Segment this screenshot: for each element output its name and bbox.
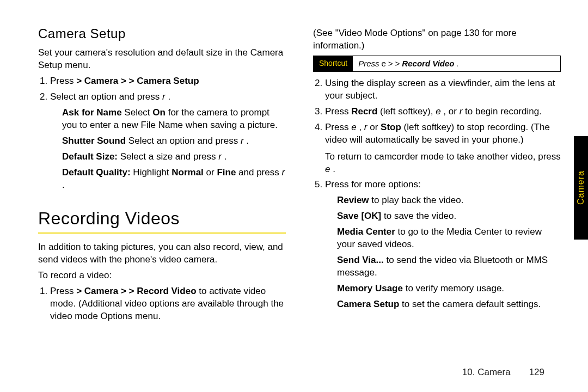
text: and press	[238, 167, 281, 177]
text: .	[246, 136, 249, 146]
softkey-icon: r	[162, 91, 166, 102]
text: for more options:	[351, 179, 421, 189]
text: to play back the video.	[371, 195, 463, 205]
heading-underline	[38, 232, 286, 234]
camera-setup-steps: Press > Camera > > Camera Setup Select a…	[38, 75, 286, 192]
record-step-4: Press e , r or Stop (left softkey) to st…	[325, 121, 561, 176]
text: to begin recording.	[465, 106, 542, 117]
manual-page: Camera Camera Setup Set your camera's re…	[0, 0, 588, 392]
shortcut-label: Shortcut	[314, 56, 353, 71]
text: to save the video.	[384, 211, 456, 221]
shortcut-sep: >	[388, 58, 393, 69]
section-tab-camera: Camera	[574, 136, 588, 240]
option-default-quality: Default Quality: Highlight Normal or Fin…	[62, 167, 286, 192]
page-number: 129	[529, 367, 544, 378]
softkey-icon: r	[281, 167, 285, 177]
option-value-normal: Normal	[171, 167, 204, 177]
heading-camera-setup: Camera Setup	[38, 25, 286, 42]
text: to set the camera default settings.	[402, 299, 541, 309]
option-label: Memory Usage	[337, 283, 403, 293]
shortcut-record-video: Record Video	[402, 58, 454, 69]
camera-setup-options-list: Ask for Name Select On for the camera to…	[50, 107, 286, 192]
option-label: Save [OK]	[337, 211, 381, 221]
text: or	[370, 122, 381, 132]
option-label: Send Via...	[337, 255, 384, 265]
text: .	[62, 180, 65, 190]
heading-recording-videos: Recording Videos	[38, 207, 286, 230]
softkey-stop: Stop	[381, 122, 401, 132]
text: , or	[443, 106, 459, 117]
shortcut-text: Press e > > Record Video .	[353, 56, 464, 71]
text: Select a size and press	[120, 151, 218, 162]
option-value-fine: Fine	[217, 167, 236, 177]
text: Press	[325, 122, 351, 132]
key-e-icon: e	[436, 106, 440, 117]
record-step-2: Using the display screen as a viewfinder…	[325, 77, 561, 102]
text: Select an option and press	[50, 91, 162, 102]
option-label: Default Quality:	[62, 167, 131, 177]
text: or	[206, 167, 217, 177]
recording-videos-intro: In addition to taking pictures, you can …	[38, 241, 286, 266]
text: Select	[124, 107, 152, 118]
key-r-icon: r	[460, 106, 463, 117]
see-reference: (See "Video Mode Options" on page 130 fo…	[313, 27, 561, 52]
text: To return to camcorder mode to take anot…	[325, 151, 561, 162]
left-column: Camera Setup Set your camera's resolutio…	[38, 22, 286, 326]
text: Press	[50, 286, 76, 296]
to-record-a-video-label: To record a video:	[38, 270, 286, 282]
option-media-center: Media Center to go to the Media Center t…	[337, 226, 561, 251]
right-column: (See "Video Mode Options" on page 130 fo…	[313, 22, 561, 326]
return-note: To return to camcorder mode to take anot…	[325, 151, 561, 176]
page-footer: 10. Camera 129	[462, 367, 544, 378]
text: Select an option and press	[128, 136, 241, 146]
key-e-icon: e	[351, 122, 356, 132]
nav-path: > Record Video	[129, 286, 197, 296]
camera-setup-intro: Set your camera's resolution and default…	[38, 47, 286, 72]
option-value-on: On	[152, 107, 166, 118]
option-label: Shutter Sound	[62, 136, 126, 146]
nav-path: > Camera Setup	[129, 76, 199, 86]
option-save: Save [OK] to save the video.	[337, 210, 561, 223]
option-label: Camera Setup	[337, 299, 399, 309]
record-steps-left: Press > Camera > > Record Video to activ…	[38, 285, 286, 323]
more-options-list: Review to play back the video. Save [OK]…	[325, 194, 561, 311]
option-label: Default Size:	[62, 151, 118, 162]
option-label: Ask for Name	[62, 107, 122, 118]
camera-setup-step-1: Press > Camera > > Camera Setup	[50, 75, 286, 88]
two-column-layout: Camera Setup Set your camera's resolutio…	[38, 22, 561, 326]
option-default-size: Default Size: Select a size and press r …	[62, 151, 286, 163]
text: Press	[325, 179, 351, 189]
text: Highlight	[133, 167, 171, 177]
record-step-1: Press > Camera > > Record Video to activ…	[50, 285, 286, 323]
record-steps-right: Using the display screen as a viewfinder…	[313, 77, 561, 311]
text: Press	[325, 106, 351, 117]
text: Press	[50, 76, 76, 86]
text: .	[333, 164, 335, 174]
option-shutter-sound: Shutter Sound Select an option and press…	[62, 135, 286, 148]
option-send-via: Send Via... to send the video via Blueto…	[337, 254, 561, 279]
shortcut-end: .	[457, 58, 459, 69]
text: .	[224, 151, 227, 162]
option-review: Review to play back the video.	[337, 194, 561, 207]
shortcut-sep: >	[395, 58, 400, 69]
option-camera-setup: Camera Setup to set the camera default s…	[337, 298, 561, 311]
softkey-icon: r	[218, 151, 222, 162]
option-label: Review	[337, 195, 369, 205]
text: .	[168, 91, 170, 102]
softkey-recrd: Recrd	[351, 106, 377, 117]
text: (left softkey),	[380, 106, 436, 117]
option-ask-for-name: Ask for Name Select On for the camera to…	[62, 107, 286, 132]
record-step-3: Press Recrd (left softkey), e , or r to …	[325, 106, 561, 118]
key-e-icon: e	[325, 164, 330, 174]
shortcut-box: Shortcut Press e > > Record Video .	[313, 56, 561, 72]
option-label: Media Center	[337, 226, 395, 237]
softkey-icon: r	[241, 136, 244, 146]
chapter-label: 10. Camera	[462, 367, 511, 378]
camera-setup-step-2: Select an option and press r . Ask for N…	[50, 91, 286, 192]
shortcut-key-e: e	[381, 58, 385, 69]
key-r-icon: r	[364, 122, 367, 132]
record-step-5: Press for more options: Review to play b…	[325, 179, 561, 310]
nav-path: > Camera >	[76, 286, 128, 296]
text: ,	[359, 122, 364, 132]
shortcut-press: Press	[358, 58, 379, 69]
